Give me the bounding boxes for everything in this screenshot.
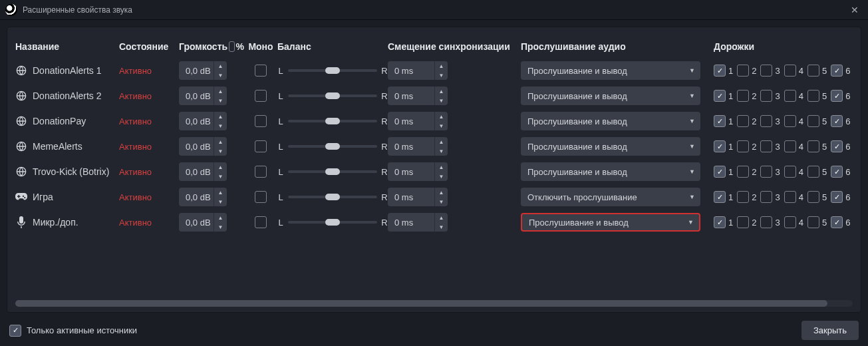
window-close-button[interactable]: ✕ — [847, 5, 863, 15]
sync-down[interactable]: ▼ — [435, 172, 448, 181]
track-4[interactable]: 4 — [784, 216, 803, 228]
track-checkbox[interactable] — [760, 140, 772, 152]
checkbox-icon[interactable] — [9, 325, 21, 337]
track-5[interactable]: 5 — [807, 65, 827, 77]
sync-offset-spinner[interactable]: 0 ms ▲▼ — [388, 61, 448, 80]
track-checkbox[interactable] — [714, 140, 726, 152]
sync-offset-spinner[interactable]: 0 ms ▲▼ — [388, 213, 448, 232]
track-1[interactable]: 1 — [714, 166, 733, 178]
track-5[interactable]: 5 — [807, 216, 827, 228]
mono-checkbox[interactable] — [255, 90, 267, 102]
track-5[interactable]: 5 — [807, 115, 827, 127]
track-checkbox[interactable] — [737, 216, 749, 228]
track-1[interactable]: 1 — [714, 90, 733, 102]
sync-up[interactable]: ▲ — [435, 61, 448, 71]
close-button[interactable]: Закрыть — [801, 321, 859, 340]
volume-up[interactable]: ▲ — [214, 188, 227, 197]
volume-down[interactable]: ▼ — [214, 96, 227, 105]
sync-offset-spinner[interactable]: 0 ms ▲▼ — [388, 137, 448, 156]
balance-slider[interactable] — [288, 196, 377, 198]
track-checkbox[interactable] — [807, 166, 819, 178]
track-3[interactable]: 3 — [760, 65, 780, 77]
volume-up[interactable]: ▲ — [214, 213, 227, 222]
track-6[interactable]: 6 — [831, 166, 850, 178]
track-2[interactable]: 2 — [737, 65, 756, 77]
track-checkbox[interactable] — [737, 191, 749, 203]
sync-up[interactable]: ▲ — [435, 112, 448, 121]
balance-slider[interactable] — [288, 120, 377, 122]
track-checkbox[interactable] — [831, 191, 843, 203]
track-5[interactable]: 5 — [807, 90, 827, 102]
track-checkbox[interactable] — [784, 65, 796, 77]
track-checkbox[interactable] — [831, 115, 843, 127]
track-checkbox[interactable] — [807, 191, 819, 203]
track-checkbox[interactable] — [831, 140, 843, 152]
balance-slider[interactable] — [288, 170, 377, 173]
slider-thumb[interactable] — [325, 143, 340, 150]
track-2[interactable]: 2 — [737, 216, 756, 228]
balance-slider[interactable] — [288, 69, 377, 72]
track-6[interactable]: 6 — [831, 140, 850, 152]
volume-up[interactable]: ▲ — [214, 162, 227, 172]
volume-spinner[interactable]: 0,0 dB ▲▼ — [179, 86, 227, 105]
track-checkbox[interactable] — [784, 191, 796, 203]
track-1[interactable]: 1 — [714, 140, 733, 152]
track-5[interactable]: 5 — [807, 140, 827, 152]
sync-up[interactable]: ▲ — [435, 213, 448, 222]
slider-thumb[interactable] — [325, 67, 340, 74]
track-6[interactable]: 6 — [831, 90, 850, 102]
track-checkbox[interactable] — [714, 65, 726, 77]
track-checkbox[interactable] — [737, 115, 749, 127]
track-5[interactable]: 5 — [807, 166, 827, 178]
track-6[interactable]: 6 — [831, 216, 850, 228]
track-3[interactable]: 3 — [760, 166, 780, 178]
track-4[interactable]: 4 — [784, 115, 803, 127]
volume-down[interactable]: ▼ — [214, 222, 227, 232]
sync-down[interactable]: ▼ — [435, 146, 448, 156]
listen-mode-dropdown[interactable]: Прослушивание и вывод ▼ — [521, 162, 700, 181]
track-checkbox[interactable] — [784, 166, 796, 178]
volume-down[interactable]: ▼ — [214, 197, 227, 206]
track-checkbox[interactable] — [714, 115, 726, 127]
track-3[interactable]: 3 — [760, 191, 780, 203]
track-checkbox[interactable] — [831, 166, 843, 178]
track-1[interactable]: 1 — [714, 115, 733, 127]
track-3[interactable]: 3 — [760, 115, 780, 127]
track-4[interactable]: 4 — [784, 90, 803, 102]
listen-mode-dropdown[interactable]: Прослушивание и вывод ▼ — [521, 86, 700, 105]
listen-mode-dropdown[interactable]: Прослушивание и вывод ▼ — [521, 137, 700, 156]
mono-checkbox[interactable] — [255, 191, 267, 203]
volume-down[interactable]: ▼ — [214, 121, 227, 130]
track-checkbox[interactable] — [807, 140, 819, 152]
scrollbar-thumb[interactable] — [15, 300, 827, 307]
sync-offset-spinner[interactable]: 0 ms ▲▼ — [388, 112, 448, 130]
volume-down[interactable]: ▼ — [214, 172, 227, 181]
volume-up[interactable]: ▲ — [214, 86, 227, 96]
volume-up[interactable]: ▲ — [214, 137, 227, 146]
mono-checkbox[interactable] — [255, 166, 267, 178]
track-checkbox[interactable] — [737, 65, 749, 77]
balance-slider[interactable] — [288, 94, 377, 97]
volume-spinner[interactable]: 0,0 dB ▲▼ — [179, 61, 227, 80]
track-checkbox[interactable] — [831, 65, 843, 77]
track-2[interactable]: 2 — [737, 166, 756, 178]
track-checkbox[interactable] — [714, 216, 726, 228]
track-3[interactable]: 3 — [760, 140, 780, 152]
track-checkbox[interactable] — [807, 216, 819, 228]
volume-up[interactable]: ▲ — [214, 61, 227, 71]
track-checkbox[interactable] — [807, 90, 819, 102]
track-checkbox[interactable] — [831, 90, 843, 102]
sync-offset-spinner[interactable]: 0 ms ▲▼ — [388, 86, 448, 105]
sync-up[interactable]: ▲ — [435, 86, 448, 96]
track-1[interactable]: 1 — [714, 191, 733, 203]
mono-checkbox[interactable] — [255, 115, 267, 127]
slider-thumb[interactable] — [325, 118, 340, 124]
track-checkbox[interactable] — [714, 90, 726, 102]
track-6[interactable]: 6 — [831, 65, 850, 77]
track-checkbox[interactable] — [714, 191, 726, 203]
track-checkbox[interactable] — [737, 90, 749, 102]
percent-checkbox[interactable] — [229, 41, 234, 52]
track-6[interactable]: 6 — [831, 191, 850, 203]
track-checkbox[interactable] — [760, 216, 772, 228]
track-4[interactable]: 4 — [784, 191, 803, 203]
